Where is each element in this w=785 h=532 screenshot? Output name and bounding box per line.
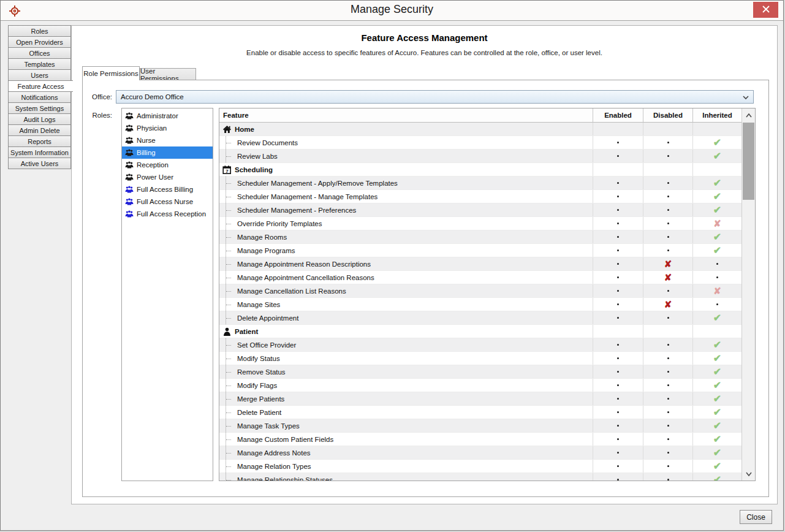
inherited-cell[interactable]: ✔ [692, 244, 741, 257]
enabled-cell[interactable] [593, 352, 643, 365]
role-item-full-access-billing[interactable]: Full Access Billing [122, 183, 213, 196]
inherited-cell[interactable]: ✔ [692, 379, 741, 392]
disabled-cell[interactable] [643, 392, 692, 405]
enabled-cell[interactable] [593, 190, 643, 203]
enabled-cell[interactable] [593, 217, 643, 230]
role-item-administrator[interactable]: Administrator [122, 110, 213, 122]
inherited-cell[interactable]: ✔ [692, 406, 741, 419]
inherited-cell[interactable]: ✔ [692, 433, 741, 446]
enabled-cell[interactable] [593, 392, 643, 405]
enabled-cell[interactable] [593, 446, 643, 459]
disabled-cell[interactable] [643, 379, 692, 392]
sidebar-item-active-users[interactable]: Active Users [8, 158, 71, 169]
inherited-cell[interactable]: ✔ [692, 150, 741, 162]
tab-role-permissions[interactable]: Role Permissions [82, 66, 140, 80]
disabled-cell[interactable] [643, 203, 692, 216]
inherited-cell[interactable]: ✔ [692, 392, 741, 405]
enabled-cell[interactable] [593, 311, 643, 324]
inherited-cell[interactable]: ✔ [692, 365, 741, 378]
sidebar-item-system-information[interactable]: System Information [8, 146, 71, 158]
enabled-cell[interactable] [593, 338, 643, 351]
disabled-cell[interactable] [643, 244, 692, 257]
inherited-cell[interactable]: ✔ [692, 446, 741, 459]
inherited-cell[interactable] [692, 257, 741, 270]
inherited-cell[interactable]: ✘ [692, 284, 741, 297]
scroll-up-button[interactable] [742, 109, 755, 121]
role-item-billing[interactable]: Billing [122, 146, 213, 159]
sidebar-item-open-providers[interactable]: Open Providers [8, 36, 71, 48]
enabled-cell[interactable] [593, 406, 643, 419]
enabled-cell[interactable] [593, 433, 643, 446]
tab-user-permissions[interactable]: User Permissions [140, 68, 196, 80]
enabled-cell[interactable] [593, 203, 643, 216]
sidebar-item-audit-logs[interactable]: Audit Logs [8, 113, 71, 125]
inherited-cell[interactable] [692, 271, 741, 284]
disabled-cell[interactable]: ✘ [643, 298, 692, 311]
role-item-nurse[interactable]: Nurse [122, 134, 213, 146]
disabled-cell[interactable] [643, 136, 692, 149]
inherited-cell[interactable]: ✔ [692, 419, 741, 432]
sidebar-item-feature-access[interactable]: Feature Access [8, 80, 73, 92]
disabled-cell[interactable] [643, 311, 692, 324]
office-dropdown[interactable]: Accuro Demo Office [116, 90, 754, 104]
inherited-cell[interactable]: ✔ [692, 352, 741, 365]
enabled-cell[interactable] [593, 365, 643, 378]
disabled-cell[interactable] [643, 284, 692, 297]
enabled-cell[interactable] [593, 136, 643, 149]
scrollbar-thumb[interactable] [743, 123, 754, 200]
enabled-cell[interactable] [593, 460, 643, 473]
enabled-cell[interactable] [593, 298, 643, 311]
inherited-cell[interactable]: ✔ [692, 136, 741, 149]
inherited-cell[interactable]: ✘ [692, 217, 741, 230]
role-item-physician[interactable]: Physician [122, 122, 213, 134]
disabled-cell[interactable] [643, 190, 692, 203]
enabled-cell[interactable] [593, 177, 643, 189]
inherited-cell[interactable]: ✔ [692, 338, 741, 351]
close-button[interactable]: Close [740, 510, 772, 524]
sidebar-item-users[interactable]: Users [8, 69, 71, 81]
role-item-full-access-reception[interactable]: Full Access Reception [122, 208, 213, 220]
disabled-cell[interactable] [643, 338, 692, 351]
disabled-cell[interactable] [643, 433, 692, 446]
disabled-cell[interactable]: ✘ [643, 257, 692, 270]
sidebar-item-offices[interactable]: Offices [8, 47, 71, 59]
disabled-cell[interactable] [643, 352, 692, 365]
enabled-cell[interactable] [593, 271, 643, 284]
disabled-cell[interactable] [643, 365, 692, 378]
vertical-scrollbar[interactable] [741, 108, 755, 481]
inherited-cell[interactable]: ✔ [692, 203, 741, 216]
sidebar-item-reports[interactable]: Reports [8, 135, 71, 147]
role-item-reception[interactable]: Reception [122, 159, 213, 171]
disabled-cell[interactable] [643, 150, 692, 162]
inherited-cell[interactable] [692, 298, 741, 311]
disabled-cell[interactable] [643, 230, 692, 243]
sidebar-item-system-settings[interactable]: System Settings [8, 102, 71, 114]
inherited-cell[interactable]: ✔ [692, 473, 741, 481]
disabled-cell[interactable] [643, 419, 692, 432]
disabled-cell[interactable]: ✘ [643, 271, 692, 284]
scroll-down-button[interactable] [742, 468, 755, 480]
enabled-cell[interactable] [593, 150, 643, 162]
inherited-cell[interactable]: ✔ [692, 460, 741, 473]
enabled-cell[interactable] [593, 379, 643, 392]
sidebar-item-roles[interactable]: Roles [8, 25, 71, 37]
sidebar-item-templates[interactable]: Templates [8, 58, 71, 70]
enabled-cell[interactable] [593, 230, 643, 243]
enabled-cell[interactable] [593, 257, 643, 270]
inherited-cell[interactable]: ✔ [692, 190, 741, 203]
enabled-cell[interactable] [593, 419, 643, 432]
sidebar-item-admin-delete[interactable]: Admin Delete [8, 124, 71, 136]
sidebar-item-notifications[interactable]: Notifications [8, 91, 71, 103]
inherited-cell[interactable]: ✔ [692, 177, 741, 189]
disabled-cell[interactable] [643, 446, 692, 459]
role-item-full-access-nurse[interactable]: Full Access Nurse [122, 196, 213, 208]
disabled-cell[interactable] [643, 460, 692, 473]
inherited-cell[interactable]: ✔ [692, 311, 741, 324]
enabled-cell[interactable] [593, 473, 643, 481]
disabled-cell[interactable] [643, 177, 692, 189]
enabled-cell[interactable] [593, 284, 643, 297]
window-close-button[interactable] [753, 2, 778, 18]
disabled-cell[interactable] [643, 473, 692, 481]
disabled-cell[interactable] [643, 217, 692, 230]
inherited-cell[interactable]: ✔ [692, 230, 741, 243]
